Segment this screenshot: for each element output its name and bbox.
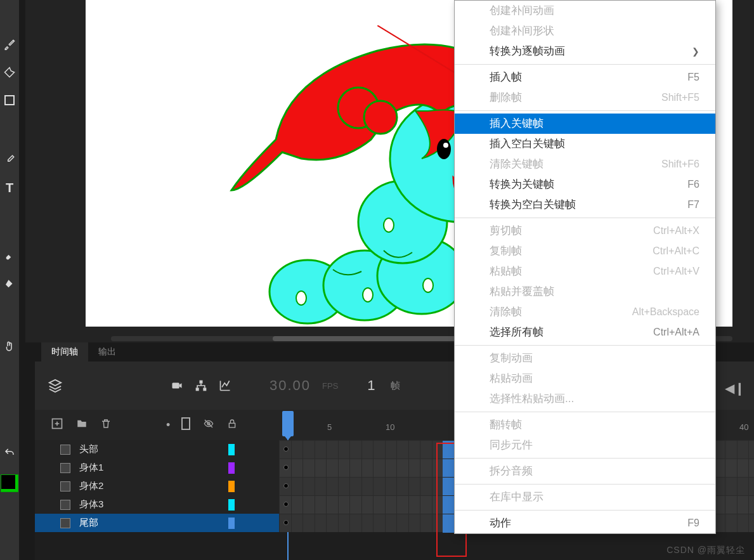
tab-output[interactable]: 输出 (88, 342, 126, 361)
menu-item[interactable]: 插入帧F5 (455, 67, 715, 88)
selected-frame-cell[interactable] (443, 441, 454, 459)
layer-type-icon (60, 463, 70, 473)
menu-separator (455, 412, 715, 412)
svg-point-7 (364, 101, 397, 134)
left-toolbar: T (0, 0, 19, 560)
menu-item-label: 插入空白关键帧 (490, 138, 565, 150)
step-back-icon[interactable]: ◀❙ (725, 381, 745, 396)
svg-rect-24 (182, 418, 190, 429)
keyframe-dot[interactable] (283, 465, 289, 470)
menu-item[interactable]: 转换为逐帧动画❯ (455, 41, 715, 62)
eraser-tool-icon[interactable] (3, 250, 16, 263)
menu-item[interactable]: 插入空白关键帧 (455, 134, 715, 154)
layer-name: 身体1 (79, 462, 103, 474)
paint-bucket-tool-icon[interactable] (3, 278, 16, 290)
keyframe-dot[interactable] (283, 483, 289, 488)
menu-item-label: 转换为空白关键帧 (490, 199, 576, 211)
fps-value[interactable]: 30.00 (270, 377, 311, 394)
menu-item-label: 在库中显示 (490, 491, 543, 504)
menu-shortcut: Ctrl+Alt+X (653, 225, 699, 237)
menu-item-label: 选择所有帧 (490, 326, 543, 339)
frame-label: 帧 (391, 380, 400, 392)
menu-separator (455, 458, 715, 459)
menu-item: 在库中显示 (455, 487, 715, 507)
menu-item-label: 拆分音频 (490, 465, 533, 478)
active-tool-swatch[interactable] (1, 474, 18, 492)
hierarchy-icon[interactable] (193, 378, 209, 393)
keyframe-dot[interactable] (283, 502, 289, 507)
menu-shortcut: Shift+F6 (661, 158, 699, 171)
menu-item: 剪切帧Ctrl+Alt+X (455, 221, 715, 241)
eyedropper-tool-icon[interactable] (3, 153, 16, 166)
menu-item: 删除帧Shift+F5 (455, 88, 715, 108)
layer-type-icon (60, 500, 70, 510)
menu-item: 粘贴动画 (455, 368, 715, 389)
menu-item: 复制帧Ctrl+Alt+C (455, 241, 715, 261)
menu-separator (455, 110, 715, 111)
menu-item: 清除关键帧Shift+F6 (455, 154, 715, 174)
menu-item[interactable]: 插入关键帧 (455, 114, 715, 134)
menu-shortcut: Ctrl+Alt+C (653, 245, 699, 257)
menu-shortcut: F6 (687, 178, 699, 191)
menu-item[interactable]: 转换为空白关键帧F7 (455, 195, 715, 215)
tab-timeline[interactable]: 时间轴 (41, 342, 88, 361)
menu-item-label: 粘贴帧 (490, 265, 522, 278)
svg-rect-22 (203, 387, 206, 391)
selected-frame-cell[interactable] (443, 459, 454, 478)
menu-separator (455, 510, 715, 511)
layer-name: 头部 (79, 443, 98, 455)
menu-item: 粘贴帧Ctrl+Alt+V (455, 261, 715, 282)
pen-tool-icon[interactable] (3, 66, 16, 79)
lock-icon[interactable] (227, 417, 237, 433)
keyframe-dot[interactable] (283, 520, 289, 525)
menu-item-label: 复制帧 (490, 245, 522, 257)
svg-point-15 (423, 278, 433, 292)
undo-icon[interactable] (3, 446, 16, 459)
brush-tool-icon[interactable] (3, 38, 16, 51)
camera-icon[interactable] (169, 378, 185, 393)
menu-shortcut: F7 (687, 199, 699, 211)
menu-item-label: 转换为逐帧动画 (490, 45, 565, 58)
selected-frame-cell[interactable] (443, 478, 454, 496)
layer-color-chip (228, 518, 235, 529)
menu-item-label: 创建补间动画 (490, 4, 554, 17)
ruler-tick-40: 40 (739, 422, 748, 432)
menu-item-label: 清除关键帧 (490, 158, 543, 171)
menu-shortcut: F9 (687, 517, 699, 530)
menu-item: 创建补间形状 (455, 21, 715, 41)
svg-rect-19 (172, 383, 179, 389)
graph-icon[interactable] (218, 378, 233, 393)
layer-info: 头部 (35, 443, 279, 455)
hand-tool-icon[interactable] (3, 340, 16, 353)
text-tool-icon[interactable]: T (3, 181, 16, 194)
menu-item-label: 转换为关键帧 (490, 178, 554, 191)
layer-type-icon (60, 445, 70, 455)
menu-item-label: 动作 (490, 517, 511, 530)
keyframe-dot[interactable] (283, 446, 289, 452)
new-folder-icon[interactable] (75, 418, 89, 433)
rectangle-tool-icon[interactable] (3, 94, 16, 107)
current-frame[interactable]: 1 (367, 377, 375, 394)
ruler-tick-5: 5 (327, 422, 332, 432)
outline-icon[interactable] (181, 417, 190, 433)
menu-item[interactable]: 选择所有帧Ctrl+Alt+A (455, 322, 715, 342)
menu-item-label: 创建补间形状 (490, 25, 554, 37)
svg-rect-20 (200, 381, 203, 384)
dot-icon[interactable]: • (166, 419, 170, 432)
selected-frame-cell[interactable] (443, 496, 454, 514)
svg-point-13 (296, 291, 306, 305)
svg-rect-21 (196, 387, 199, 391)
playhead[interactable] (282, 411, 294, 436)
selected-frame-cell[interactable] (443, 514, 454, 533)
layers-icon[interactable] (48, 378, 63, 393)
delete-layer-icon[interactable] (100, 417, 112, 433)
menu-item-label: 翻转帧 (490, 419, 522, 431)
menu-shortcut: Ctrl+Alt+V (653, 265, 699, 278)
menu-item[interactable]: 转换为关键帧F6 (455, 174, 715, 195)
menu-separator (455, 218, 715, 218)
visibility-icon[interactable] (202, 419, 216, 432)
menu-item-label: 粘贴动画 (490, 372, 533, 385)
menu-item-label: 粘贴并覆盖帧 (490, 285, 554, 298)
new-layer-icon[interactable] (51, 417, 63, 433)
menu-item[interactable]: 动作F9 (455, 513, 715, 533)
